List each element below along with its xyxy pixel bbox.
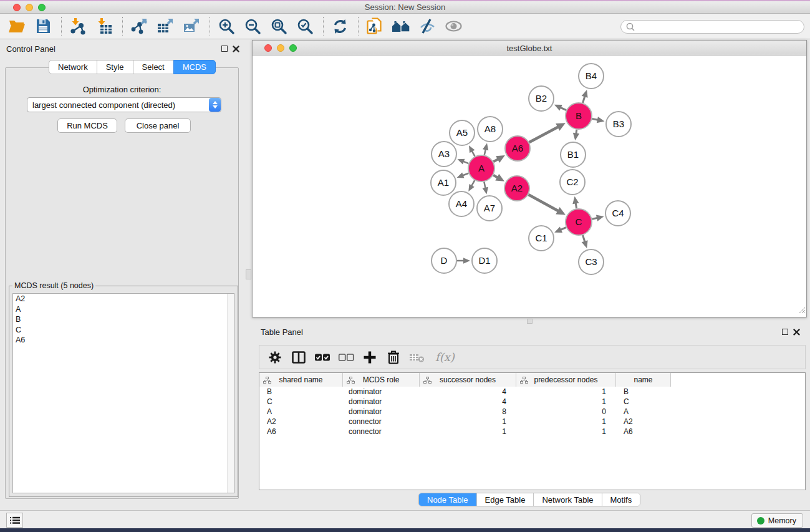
table-panel-float-icon[interactable] xyxy=(782,329,788,335)
delete-column-icon[interactable] xyxy=(385,349,402,365)
table-cell[interactable]: 4 xyxy=(420,397,516,406)
close-panel-button[interactable]: Close panel xyxy=(125,118,191,133)
mcds-list-item[interactable]: A xyxy=(13,304,234,315)
network-window-titlebar[interactable]: testGlobe.txt xyxy=(253,41,806,56)
table-cell[interactable]: A2 xyxy=(616,417,671,426)
add-column-icon[interactable] xyxy=(362,349,378,365)
graph-node-A4[interactable]: A4 xyxy=(449,191,474,216)
table-cell[interactable]: A6 xyxy=(259,427,343,436)
tab-network-table[interactable]: Network Table xyxy=(533,493,601,506)
table-row[interactable]: A2connector11A2 xyxy=(259,417,805,427)
table-row[interactable]: Adominator80A xyxy=(259,407,805,417)
delete-table-icon[interactable] xyxy=(409,349,425,365)
home-icon[interactable] xyxy=(392,17,410,36)
split-divider-handle[interactable] xyxy=(527,319,533,324)
clone-network-icon[interactable] xyxy=(365,17,384,36)
eye-icon[interactable] xyxy=(444,17,463,36)
graph-edge-A-A7[interactable] xyxy=(483,182,488,195)
table-cell[interactable]: dominator xyxy=(343,397,420,406)
export-image-icon[interactable] xyxy=(182,17,201,36)
table-cell[interactable]: A xyxy=(616,407,671,416)
tab-edge-table[interactable]: Edge Table xyxy=(476,493,534,506)
select-all-icon[interactable] xyxy=(314,349,330,365)
graph-edge-B-B3[interactable] xyxy=(592,117,605,123)
network-close-button[interactable] xyxy=(264,44,272,52)
table-cell[interactable]: 1 xyxy=(420,427,516,436)
open-session-icon[interactable] xyxy=(7,17,26,36)
graph-edge-A-A3[interactable] xyxy=(457,159,468,165)
export-network-icon[interactable] xyxy=(130,17,148,36)
table-cell[interactable]: dominator xyxy=(343,387,420,396)
graph-edge-A-A8[interactable] xyxy=(483,143,488,155)
mcds-list-item[interactable]: C xyxy=(13,325,234,336)
network-minimize-button[interactable] xyxy=(277,44,284,52)
table-cell[interactable]: C xyxy=(616,397,671,406)
graph-edge-A-A1[interactable] xyxy=(457,173,469,178)
column-header-name[interactable]: name xyxy=(616,373,671,387)
graph-node-A6[interactable]: A6 xyxy=(505,136,530,161)
control-panel-float-icon[interactable] xyxy=(221,46,228,52)
table-cell[interactable]: 1 xyxy=(516,417,616,426)
refresh-layout-icon[interactable] xyxy=(330,17,349,36)
graph-node-A5[interactable]: A5 xyxy=(450,120,475,145)
zoom-selected-icon[interactable] xyxy=(296,17,314,36)
table-cell[interactable]: B xyxy=(259,387,343,396)
node-table[interactable]: shared nameMCDS rolesuccessor nodesprede… xyxy=(259,372,806,490)
graph-node-B2[interactable]: B2 xyxy=(529,86,554,111)
table-cell[interactable]: connector xyxy=(343,427,420,436)
graph-node-B3[interactable]: B3 xyxy=(606,112,631,137)
table-cell[interactable]: 0 xyxy=(516,407,616,416)
mcds-list-item[interactable]: B xyxy=(13,314,234,325)
graph-node-A3[interactable]: A3 xyxy=(432,142,456,167)
graph-node-A[interactable]: A xyxy=(468,155,494,181)
graph-node-C2[interactable]: C2 xyxy=(560,170,585,195)
task-history-button[interactable] xyxy=(6,513,23,528)
function-builder-icon[interactable]: f(x) xyxy=(435,351,455,364)
table-cell[interactable]: A xyxy=(259,407,343,416)
graph-edge-C-C2[interactable] xyxy=(572,196,579,209)
memory-button[interactable]: Memory xyxy=(751,513,803,528)
graph-edge-A-A2[interactable] xyxy=(493,174,504,181)
graph-edge-A-A5[interactable] xyxy=(469,145,475,156)
tab-mcds[interactable]: MCDS xyxy=(173,60,216,74)
minimize-window-button[interactable] xyxy=(26,4,33,11)
column-header-successor-nodes[interactable]: successor nodes xyxy=(420,373,516,387)
tab-motifs[interactable]: Motifs xyxy=(602,493,640,506)
tab-network[interactable]: Network xyxy=(49,60,97,74)
table-cell[interactable]: A6 xyxy=(616,427,671,436)
scrollbar-track[interactable] xyxy=(227,294,234,493)
network-maximize-button[interactable] xyxy=(289,44,297,52)
graph-edge-A-A4[interactable] xyxy=(468,180,475,191)
deselect-all-icon[interactable] xyxy=(338,349,354,365)
graph-node-D1[interactable]: D1 xyxy=(472,248,497,273)
save-session-icon[interactable] xyxy=(34,17,52,36)
graph-node-D[interactable]: D xyxy=(432,248,456,273)
table-row[interactable]: A6connector11A6 xyxy=(259,427,805,437)
split-view-icon[interactable] xyxy=(291,349,307,365)
import-network-icon[interactable] xyxy=(69,17,87,36)
split-divider-handle[interactable] xyxy=(246,269,251,279)
graph-edge-D-D1[interactable] xyxy=(457,258,470,264)
graph-node-C4[interactable]: C4 xyxy=(605,201,630,226)
graph-node-B1[interactable]: B1 xyxy=(561,142,586,167)
table-cell[interactable]: 4 xyxy=(420,387,516,396)
graph-node-A8[interactable]: A8 xyxy=(478,117,503,142)
zoom-in-icon[interactable] xyxy=(217,17,236,36)
close-window-button[interactable] xyxy=(13,4,21,11)
mcds-list-item[interactable]: A2 xyxy=(13,294,234,304)
table-cell[interactable]: 8 xyxy=(420,407,516,416)
table-row[interactable]: Bdominator41B xyxy=(259,387,805,397)
graph-edge-A6-B[interactable] xyxy=(529,123,566,142)
control-panel-close-icon[interactable] xyxy=(233,46,239,52)
graph-edge-B-B4[interactable] xyxy=(582,90,588,103)
export-table-icon[interactable] xyxy=(156,17,175,36)
graph-edge-A-A6[interactable] xyxy=(493,155,505,163)
table-cell[interactable]: C xyxy=(259,397,343,406)
column-header-MCDS-role[interactable]: MCDS role xyxy=(343,373,420,387)
tab-style[interactable]: Style xyxy=(97,60,133,74)
mcds-result-list[interactable]: A2ABCA6 xyxy=(12,293,234,493)
import-table-icon[interactable] xyxy=(95,17,113,36)
table-row[interactable]: Cdominator41C xyxy=(259,397,805,407)
graph-node-C3[interactable]: C3 xyxy=(579,249,604,274)
graph-node-B4[interactable]: B4 xyxy=(579,64,604,89)
